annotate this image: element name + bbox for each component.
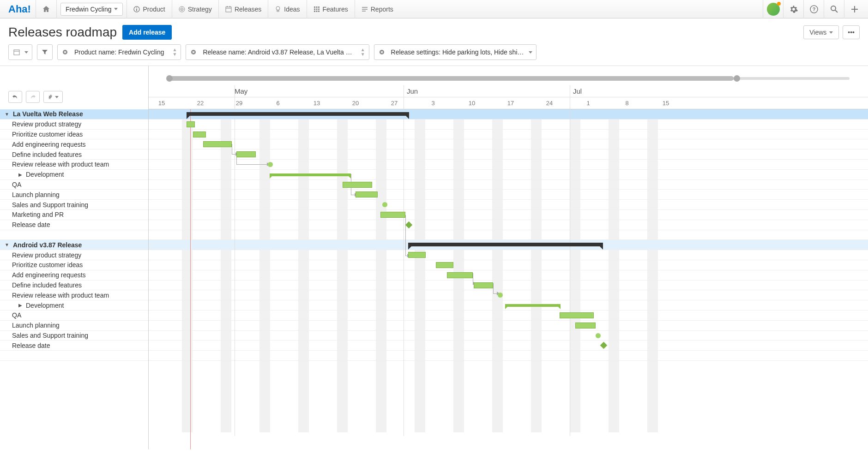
filter-settings[interactable]: Release settings: Hide parking lots, Hid… [374, 44, 536, 60]
task-row[interactable]: Prioritize customer ideas [0, 260, 148, 270]
gantt-row [149, 130, 868, 140]
task-row[interactable]: Sales and Support training [0, 200, 148, 210]
task-bar[interactable] [380, 212, 405, 218]
group-bar[interactable] [270, 173, 351, 176]
brand-logo[interactable]: Aha! [4, 3, 36, 15]
nav-reports[interactable]: Reports [355, 0, 400, 18]
task-row[interactable]: Marketing and PR [0, 210, 148, 220]
day-label: 15 [158, 100, 165, 107]
svg-rect-13 [316, 6, 317, 8]
undo-button[interactable] [8, 91, 22, 103]
task-bar[interactable] [575, 323, 596, 329]
nav-features[interactable]: Features [307, 0, 355, 18]
task-row[interactable]: Launch planning [0, 190, 148, 200]
task-bar[interactable] [356, 191, 378, 197]
product-selector[interactable]: Fredwin Cycling [60, 3, 123, 16]
gantt-left-panel: ▼La Vuelta Web ReleaseReview product str… [0, 66, 149, 449]
task-row[interactable]: Add engineering requests [0, 270, 148, 281]
task-row[interactable]: ▶Development [0, 300, 148, 311]
task-bar[interactable] [203, 141, 232, 147]
release-row[interactable]: ▼Android v3.87 Release [0, 240, 148, 250]
clear-icon[interactable] [186, 49, 201, 55]
task-row[interactable]: ▶Development [0, 170, 148, 180]
release-bar[interactable] [187, 112, 409, 116]
task-bar[interactable] [560, 312, 594, 318]
release-bar[interactable] [408, 243, 603, 246]
date-picker[interactable] [8, 44, 32, 60]
task-bar[interactable] [343, 182, 372, 188]
group-bar[interactable] [505, 304, 561, 307]
task-row[interactable]: Prioritize customer ideas [0, 130, 148, 140]
more-button[interactable]: ••• [843, 25, 860, 39]
task-row[interactable]: Define included features [0, 281, 148, 291]
gantt-row [149, 109, 868, 119]
task-name: Launch planning [12, 191, 60, 198]
task-row[interactable]: Release date [0, 340, 148, 351]
task-bar[interactable] [408, 252, 426, 258]
task-name: Review product strategy [12, 251, 81, 259]
chevron-right-icon[interactable]: ▶ [18, 303, 24, 308]
gantt-row [149, 139, 868, 149]
task-row[interactable]: QA [0, 311, 148, 321]
gantt-row [149, 220, 868, 230]
user-avatar[interactable] [763, 0, 783, 18]
task-bar[interactable] [187, 121, 195, 127]
nav-ideas[interactable]: Ideas [268, 0, 306, 18]
gantt-row [149, 180, 868, 190]
top-nav: Aha! Fredwin Cycling Product Strategy Re… [0, 0, 868, 18]
add-icon[interactable] [844, 0, 864, 18]
task-row[interactable]: Release date [0, 220, 148, 230]
search-icon[interactable] [824, 0, 844, 18]
gear-button[interactable] [43, 91, 63, 103]
milestone-diamond[interactable] [600, 342, 608, 349]
settings-icon[interactable] [783, 0, 803, 18]
filter-toggle[interactable] [37, 44, 53, 60]
task-row[interactable]: Define included features [0, 149, 148, 160]
home-nav[interactable] [36, 0, 56, 18]
release-row[interactable]: ▼La Vuelta Web Release [0, 109, 148, 119]
svg-rect-14 [318, 6, 319, 8]
views-button[interactable]: Views [803, 25, 839, 39]
filter-release[interactable]: Release name: Android v3.87 Release, La … [186, 44, 369, 60]
task-bar[interactable] [436, 262, 453, 268]
gantt-row [149, 190, 868, 200]
milestone-diamond[interactable] [405, 221, 413, 228]
nav-strategy[interactable]: Strategy [172, 0, 218, 18]
task-row[interactable]: Launch planning [0, 321, 148, 331]
milestone-dot[interactable] [596, 333, 601, 338]
nav-releases[interactable]: Releases [219, 0, 268, 18]
task-row[interactable]: Add engineering requests [0, 139, 148, 149]
help-icon[interactable]: ? [803, 0, 824, 18]
chevron-down-icon[interactable]: ▼ [5, 242, 10, 247]
task-row[interactable]: QA [0, 180, 148, 190]
sort-icon[interactable]: ▲▼ [169, 48, 181, 57]
scroll-handle-left[interactable] [166, 75, 173, 82]
clear-icon[interactable] [58, 49, 72, 55]
task-bar[interactable] [236, 151, 256, 157]
calendar-icon [225, 6, 232, 12]
clear-icon[interactable] [374, 49, 389, 55]
chevron-right-icon[interactable]: ▶ [18, 172, 24, 177]
nav-product[interactable]: Product [127, 0, 171, 18]
task-name: Release date [12, 342, 50, 349]
month-label: Jun [407, 87, 418, 95]
filter-product[interactable]: Product name: Fredwin Cycling ▲▼ [57, 44, 181, 60]
month-border [570, 85, 570, 436]
task-row[interactable]: Review release with product team [0, 290, 148, 300]
filter-product-label: Product name: Fredwin Cycling [72, 48, 169, 56]
task-bar[interactable] [193, 131, 206, 137]
task-bar[interactable] [474, 282, 493, 288]
task-row[interactable]: Sales and Support training [0, 331, 148, 341]
timeline-scrollbar[interactable] [167, 76, 850, 81]
task-bar[interactable] [447, 272, 473, 278]
task-row[interactable]: Review product strategy [0, 250, 148, 260]
task-row[interactable]: Review product strategy [0, 119, 148, 130]
sort-icon[interactable]: ▲▼ [357, 48, 369, 57]
scroll-handle-right[interactable] [734, 75, 740, 82]
milestone-dot[interactable] [498, 293, 503, 298]
chevron-down-icon[interactable]: ▼ [5, 112, 10, 117]
milestone-dot[interactable] [382, 202, 387, 207]
add-release-button[interactable]: Add release [122, 25, 172, 40]
task-row[interactable]: Review release with product team [0, 160, 148, 170]
milestone-dot[interactable] [268, 162, 273, 167]
